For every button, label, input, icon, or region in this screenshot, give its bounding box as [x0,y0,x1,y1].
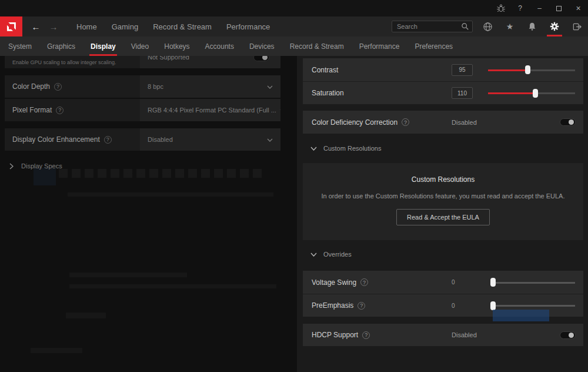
color-depth-label-cell: Color Depth ? [5,75,140,98]
help-icon[interactable]: ? [362,331,370,339]
help-icon[interactable]: ? [402,118,409,126]
saturation-slider[interactable] [488,88,575,98]
dimmed-background-text [66,313,106,318]
help-icon[interactable]: ? [360,278,368,286]
minimize-button[interactable]: – [530,0,549,16]
header-icons: ★ [476,16,588,36]
help-button[interactable]: ? [510,0,530,16]
display-color-enhancement-label: Display Color Enhancement [12,135,100,144]
tab-hotkeys[interactable]: Hotkeys [164,36,189,56]
chevron-down-icon [263,136,273,143]
search-icon [461,22,469,31]
dimmed-background-text [68,192,273,197]
color-deficiency-label: Color Deficiency Correction [312,118,397,127]
saturation-row: Saturation [303,81,583,104]
back-button[interactable]: ← [27,16,45,36]
custom-resolutions-description: In order to use the Custom Resolutions f… [322,192,565,200]
chevron-down-icon [276,107,280,114]
gpu-scaling-value: Not Supported [148,56,189,61]
tab-display[interactable]: Display [91,36,116,56]
title-bar: ? – × [0,0,588,16]
hdcp-toggle[interactable] [560,331,576,339]
overrides-section-header[interactable]: Overrides [310,251,352,258]
display-specs-label: Display Specs [21,162,62,170]
custom-resolutions-card: Custom Resolutions In order to use the C… [303,163,583,240]
tab-preferences[interactable]: Preferences [415,36,453,56]
display-color-enhancement-value: Disabled [148,136,173,143]
app-header: ← → Home Gaming Record & Stream Performa… [0,16,588,36]
color-depth-dropdown[interactable]: 8 bpc [140,75,280,98]
color-deficiency-card: Color Deficiency Correction ? Disabled [303,111,583,134]
tab-performance[interactable]: Performance [359,36,400,56]
web-globe-icon[interactable] [476,16,499,36]
display-color-enhancement-label-cell: Display Color Enhancement ? [5,128,140,151]
tab-video[interactable]: Video [131,36,149,56]
display-specs-section[interactable]: Display Specs [9,162,62,170]
nav-home[interactable]: Home [76,22,97,31]
tab-graphics[interactable]: Graphics [47,36,75,56]
help-icon[interactable]: ? [56,107,64,114]
custom-resolutions-section-header[interactable]: Custom Resolutions [310,145,381,152]
help-icon[interactable]: ? [358,302,365,310]
hdcp-status: Disabled [452,331,477,338]
search-box[interactable] [392,21,473,32]
gpu-scaling-toggle[interactable] [253,56,269,61]
slider-track [493,282,575,284]
pixel-format-value: RGB 4:4:4 Pixel Format PC Standard (Full… [148,107,276,114]
saturation-slider-handle[interactable] [533,89,538,98]
contrast-row: Contrast [303,58,583,81]
voltage-swing-slider-handle[interactable] [490,278,496,287]
maximize-button[interactable] [549,0,569,16]
nav-gaming[interactable]: Gaming [112,22,139,31]
contrast-value-input[interactable] [452,64,473,76]
saturation-value-input[interactable] [452,87,473,99]
saturation-label: Saturation [312,89,452,97]
preemphasis-label: PreEmphasis [312,301,353,310]
settings-gear-icon[interactable] [543,16,566,36]
contrast-slider[interactable] [488,65,575,75]
dimmed-background-text [31,348,82,353]
nav-record-stream[interactable]: Record & Stream [153,22,212,31]
hdcp-row: HDCP Support ? Disabled [303,324,583,346]
tab-record-stream[interactable]: Record & Stream [290,36,344,56]
color-depth-row: Color Depth ? 8 bpc [5,75,280,98]
chevron-down-icon [310,253,317,257]
pixel-format-dropdown[interactable]: RGB 4:4:4 Pixel Format PC Standard (Full… [140,99,280,121]
forward-button[interactable]: → [45,16,62,36]
custom-resolutions-title: Custom Resolutions [412,175,475,184]
favorites-star-icon[interactable]: ★ [499,16,521,36]
pixel-format-row: Pixel Format ? RGB 4:4:4 Pixel Format PC… [5,99,280,121]
search-input[interactable] [397,23,461,30]
help-icon[interactable]: ? [54,83,62,91]
color-deficiency-toggle[interactable] [560,118,576,126]
dimmed-background-icons-row [59,169,266,178]
close-button[interactable]: × [569,0,588,16]
contrast-slider-handle[interactable] [525,65,530,74]
voltage-swing-row: Voltage Swing ? 0 [303,271,583,294]
help-icon[interactable]: ? [104,136,112,144]
nav-performance[interactable]: Performance [226,22,270,31]
tab-system[interactable]: System [8,36,32,56]
hdcp-card: HDCP Support ? Disabled [303,324,583,346]
tab-accounts[interactable]: Accounts [205,36,234,56]
bug-report-icon[interactable] [491,0,510,16]
preemphasis-slider[interactable] [493,301,575,310]
tab-devices[interactable]: Devices [249,36,275,56]
gpu-scaling-value-cell: Not Supported [140,56,280,68]
dimmed-background-text [69,284,276,288]
color-deficiency-label-wrap: Color Deficiency Correction ? [312,118,452,127]
voltage-swing-slider[interactable] [493,278,575,287]
hdcp-label: HDCP Support [312,331,358,339]
chevron-down-icon [263,83,273,90]
preemphasis-label-wrap: PreEmphasis ? [312,301,452,310]
exit-panel-icon[interactable] [566,16,588,36]
amd-logo[interactable] [0,16,22,36]
main-nav: Home Gaming Record & Stream Performance [76,22,270,31]
chevron-right-icon [9,163,14,170]
slider-fill [488,92,535,94]
accept-eula-button[interactable]: Read & Accept the EULA [396,209,490,225]
display-color-enhancement-dropdown[interactable]: Disabled [140,128,280,151]
notifications-bell-icon[interactable] [521,16,543,36]
maximize-icon [556,6,562,11]
preemphasis-slider-handle[interactable] [490,301,496,310]
